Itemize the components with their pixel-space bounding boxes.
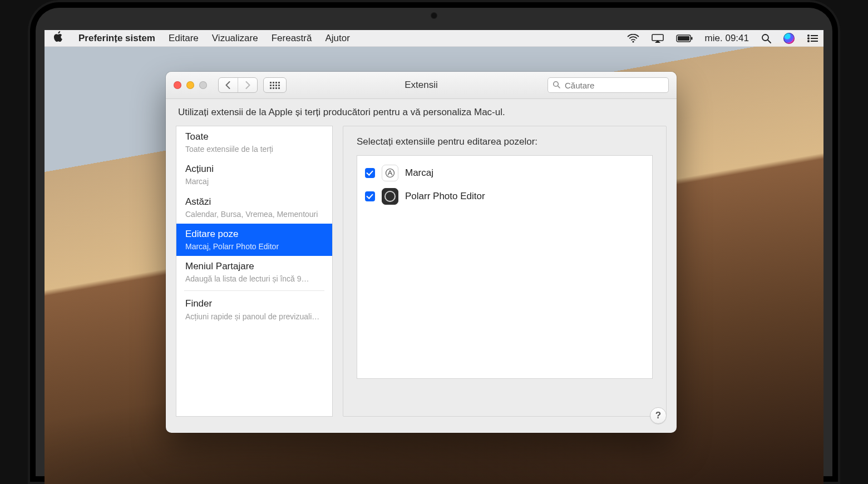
apple-menu-icon[interactable] [53, 31, 63, 45]
detail-heading: Selectați extensiile pentru editarea poz… [357, 136, 653, 147]
menu-item[interactable]: Ajutor [325, 33, 349, 44]
forward-button[interactable] [238, 78, 257, 92]
extension-checkbox[interactable] [365, 191, 375, 201]
menu-item[interactable]: Vizualizare [212, 33, 258, 44]
battery-icon[interactable] [676, 34, 693, 42]
menu-bar-clock[interactable]: mie. 09:41 [705, 33, 749, 44]
svg-point-7 [807, 34, 810, 37]
search-input[interactable] [564, 80, 672, 91]
photo-editing-extensions-list: MarcajPolarr Photo Editor [357, 155, 653, 379]
sidebar-item[interactable]: AstăziCalendar, Bursa, Vremea, Mementour… [176, 191, 332, 224]
menu-bar-status: mie. 09:41 [627, 33, 818, 44]
help-button[interactable]: ? [650, 407, 667, 424]
svg-point-9 [807, 37, 810, 39]
sidebar-item-subtitle: Toate extensiile de la terți [185, 144, 324, 154]
toolbar-show-all-button[interactable] [263, 77, 287, 93]
polarr-icon [382, 188, 398, 205]
svg-rect-12 [811, 41, 818, 42]
siri-icon[interactable] [783, 33, 795, 44]
sidebar-item-subtitle: Adaugă la lista de lecturi și încă 9… [185, 274, 324, 284]
sidebar-item-subtitle: Marcaj, Polarr Photo Editor [185, 241, 324, 251]
sidebar-item-subtitle: Acțiuni rapide și panoul de previzuali… [185, 312, 324, 322]
extension-name: Polarr Photo Editor [405, 191, 485, 202]
search-icon [553, 81, 560, 90]
system-preferences-window: Extensii Utilizați extensii de la Apple … [166, 72, 677, 433]
sidebar-item-title: Meniul Partajare [185, 260, 324, 273]
sidebar-item-title: Toate [185, 131, 324, 143]
svg-rect-8 [811, 35, 818, 36]
window-traffic-lights [174, 81, 207, 89]
toolbar-nav-buttons [218, 77, 258, 93]
extensions-detail-panel: Selectați extensiile pentru editarea poz… [343, 126, 667, 417]
sidebar-separator [184, 290, 324, 291]
sidebar-item-subtitle: Marcaj [185, 176, 324, 186]
window-minimize-button[interactable] [186, 81, 194, 89]
sidebar-item[interactable]: Editare pozeMarcaj, Polarr Photo Editor [176, 224, 332, 256]
menu-app-name[interactable]: Preferințe sistem [78, 33, 155, 44]
sidebar-item-title: Editare poze [185, 228, 324, 240]
svg-rect-3 [678, 36, 689, 41]
sidebar-item-title: Acțiuni [185, 163, 324, 175]
svg-rect-1 [652, 34, 663, 41]
markup-icon [382, 165, 398, 181]
extension-row: Polarr Photo Editor [365, 185, 644, 208]
window-titlebar: Extensii [166, 72, 677, 99]
back-button[interactable] [219, 78, 238, 92]
notification-center-icon[interactable] [807, 34, 818, 42]
pane-description: Utilizați extensii de la Apple și terți … [166, 99, 677, 126]
sidebar-item-subtitle: Calendar, Bursa, Vremea, Mementouri [185, 209, 324, 219]
sidebar-item-title: Finder [185, 298, 324, 310]
svg-line-6 [768, 40, 771, 43]
menu-item[interactable]: Editare [169, 33, 199, 44]
desktop-screen: Preferințe sistem Editare Vizualizare Fe… [45, 30, 823, 484]
laptop-camera [431, 12, 437, 19]
spotlight-icon[interactable] [761, 33, 771, 43]
grid-icon [264, 78, 286, 92]
extension-name: Marcaj [405, 167, 433, 179]
svg-line-14 [558, 86, 560, 88]
toolbar-search-field[interactable] [548, 77, 669, 93]
laptop-bezel: Preferințe sistem Editare Vizualizare Fe… [28, 0, 840, 484]
svg-point-0 [632, 41, 634, 42]
svg-point-11 [807, 40, 810, 42]
sidebar-item-title: Astăzi [185, 196, 324, 208]
macos-menu-bar: Preferințe sistem Editare Vizualizare Fe… [45, 30, 823, 47]
window-zoom-button[interactable] [199, 81, 207, 89]
svg-rect-10 [811, 38, 818, 39]
svg-point-15 [386, 169, 394, 177]
svg-point-5 [762, 34, 768, 41]
wifi-icon[interactable] [627, 34, 639, 43]
extension-checkbox[interactable] [365, 168, 375, 178]
sidebar-item[interactable]: Meniul PartajareAdaugă la lista de lectu… [176, 256, 332, 288]
sidebar-item[interactable]: AcțiuniMarcaj [176, 159, 332, 191]
svg-rect-4 [691, 37, 693, 39]
sidebar-item[interactable]: FinderAcțiuni rapide și panoul de previz… [176, 293, 332, 325]
airplay-icon[interactable] [652, 34, 664, 43]
menu-item[interactable]: Fereastră [272, 33, 312, 44]
extensions-category-sidebar: ToateToate extensiile de la terțiAcțiuni… [176, 126, 333, 417]
sidebar-item[interactable]: ToateToate extensiile de la terți [176, 126, 332, 159]
extension-row: Marcaj [365, 161, 644, 185]
window-close-button[interactable] [174, 81, 181, 89]
